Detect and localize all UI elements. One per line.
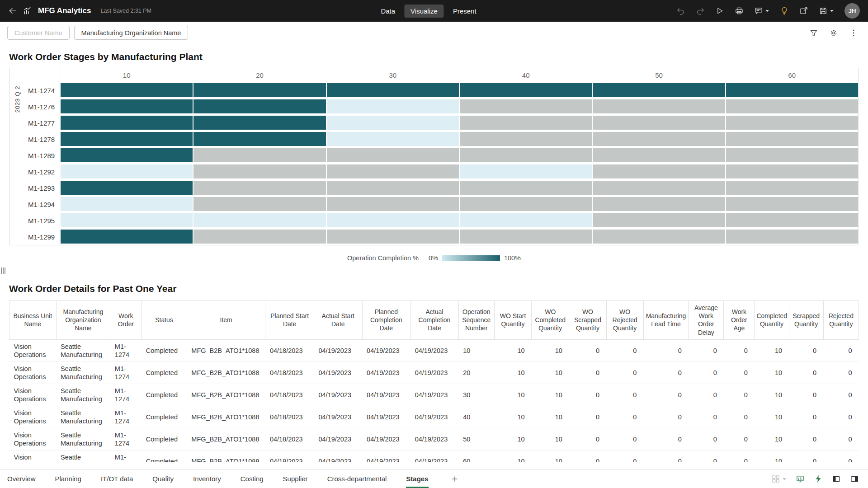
details-column-header[interactable]: Completed Quantity: [755, 301, 789, 340]
heatmap-cell[interactable]: [592, 196, 725, 212]
details-column-header[interactable]: Planned Completion Date: [362, 301, 410, 340]
canvas-grid-menu-button[interactable]: [771, 474, 787, 483]
canvas-tab-stages[interactable]: Stages: [406, 469, 428, 488]
table-row[interactable]: Vision OperationsSeattle ManufacturingM1…: [9, 384, 859, 406]
details-column-header[interactable]: Status: [142, 301, 187, 340]
filter-chip-manufacturing-organization-name[interactable]: Manufacturing Organization Name: [74, 26, 189, 40]
heatmap-column-header[interactable]: 10: [60, 68, 193, 82]
heatmap-row-label[interactable]: M1-1292: [25, 164, 60, 180]
details-column-header[interactable]: Average Work Order Delay: [689, 301, 724, 340]
canvas-tab-costing[interactable]: Costing: [241, 469, 264, 488]
kebab-menu-icon[interactable]: [849, 28, 858, 38]
heatmap-column-header[interactable]: 30: [326, 68, 459, 82]
heatmap-cell[interactable]: [592, 99, 725, 115]
details-column-header[interactable]: Actual Completion Date: [410, 301, 459, 340]
heatmap-cell[interactable]: [326, 212, 459, 229]
heatmap-cell[interactable]: [459, 82, 592, 99]
heatmap-cell[interactable]: [326, 196, 459, 212]
heatmap-cell[interactable]: [326, 131, 459, 147]
canvas-tab-planning[interactable]: Planning: [55, 469, 81, 488]
heatmap-row-label[interactable]: M1-1276: [25, 99, 60, 115]
heatmap-cell[interactable]: [592, 82, 725, 99]
heatmap-cell[interactable]: [726, 99, 859, 115]
heatmap-cell[interactable]: [459, 180, 592, 196]
heatmap-cell[interactable]: [193, 180, 326, 196]
heatmap-cell[interactable]: [459, 115, 592, 131]
heatmap-cell[interactable]: [193, 196, 326, 212]
comments-menu-button[interactable]: [754, 6, 769, 15]
details-column-header[interactable]: Planned Start Date: [265, 301, 314, 340]
heatmap-cell[interactable]: [193, 147, 326, 164]
table-row[interactable]: Vision OperationsSeattle ManufacturingM1…: [9, 339, 859, 361]
heatmap-cell[interactable]: [60, 82, 193, 99]
details-column-header[interactable]: WO Completed Quantity: [532, 301, 569, 340]
heatmap-cell[interactable]: [60, 180, 193, 196]
heatmap-cell[interactable]: [459, 164, 592, 180]
details-column-header[interactable]: Manufacturing Organization Name: [56, 301, 110, 340]
heatmap-row-label[interactable]: M1-1277: [25, 115, 60, 131]
heatmap-cell[interactable]: [726, 131, 859, 147]
heatmap-cell[interactable]: [326, 229, 459, 245]
topbar-tab-present[interactable]: Present: [447, 5, 483, 18]
details-column-header[interactable]: Manufacturing Lead Time: [643, 301, 688, 340]
heatmap-cell[interactable]: [193, 131, 326, 147]
heatmap-cell[interactable]: [726, 147, 859, 164]
heatmap-cell[interactable]: [726, 212, 859, 229]
heatmap-cell[interactable]: [726, 82, 859, 99]
save-menu-button[interactable]: [819, 6, 834, 15]
details-column-header[interactable]: Business Unit Name: [9, 301, 57, 340]
open-window-icon[interactable]: [799, 6, 808, 15]
toggle-right-panel-icon[interactable]: [850, 474, 859, 483]
heatmap-cell[interactable]: [60, 131, 193, 147]
avatar[interactable]: JH: [844, 3, 860, 19]
heatmap-cell[interactable]: [193, 82, 326, 99]
heatmap-cell[interactable]: [592, 115, 725, 131]
heatmap-cell[interactable]: [326, 180, 459, 196]
heatmap-column-header[interactable]: 50: [592, 68, 725, 82]
heatmap-cell[interactable]: [193, 212, 326, 229]
heatmap-cell[interactable]: [459, 131, 592, 147]
heatmap-cell[interactable]: [592, 180, 725, 196]
heatmap-cell[interactable]: [193, 99, 326, 115]
heatmap-cell[interactable]: [326, 147, 459, 164]
details-column-header[interactable]: Work Order Age: [724, 301, 755, 340]
redo-icon[interactable]: [696, 6, 705, 15]
toggle-left-panel-icon[interactable]: [832, 474, 841, 483]
heatmap-cell[interactable]: [326, 99, 459, 115]
data-chart-icon[interactable]: [796, 474, 805, 483]
details-column-header[interactable]: WO Start Quantity: [494, 301, 531, 340]
heatmap-cell[interactable]: [326, 115, 459, 131]
heatmap-column-header[interactable]: 60: [726, 68, 859, 82]
back-button[interactable]: [8, 6, 17, 15]
heatmap-cell[interactable]: [726, 180, 859, 196]
canvas-tab-inventory[interactable]: Inventory: [193, 469, 221, 488]
details-column-header[interactable]: Actual Start Date: [314, 301, 362, 340]
heatmap-row-label[interactable]: M1-1299: [25, 229, 60, 245]
heatmap-row-label[interactable]: M1-1278: [25, 131, 60, 147]
heatmap-cell[interactable]: [459, 99, 592, 115]
heatmap-cell[interactable]: [193, 164, 326, 180]
heatmap-cell[interactable]: [459, 229, 592, 245]
details-column-header[interactable]: Work Order: [110, 301, 142, 340]
heatmap-cell[interactable]: [459, 196, 592, 212]
heatmap-cell[interactable]: [60, 115, 193, 131]
filter-icon[interactable]: [809, 28, 818, 38]
topbar-tab-visualize[interactable]: Visualize: [404, 5, 444, 18]
canvas-tab-quality[interactable]: Quality: [152, 469, 174, 488]
heatmap-cell[interactable]: [60, 196, 193, 212]
details-table-viewport[interactable]: Business Unit NameManufacturing Organiza…: [9, 300, 859, 462]
heatmap-cell[interactable]: [726, 164, 859, 180]
heatmap-row-label[interactable]: M1-1274: [25, 82, 60, 99]
heatmap-column-header[interactable]: 20: [193, 68, 326, 82]
filter-chip-customer-name[interactable]: Customer Name: [7, 26, 70, 40]
auto-insights-lightning-icon[interactable]: [814, 474, 823, 483]
heatmap-cell[interactable]: [459, 147, 592, 164]
details-column-header[interactable]: Item: [187, 301, 265, 340]
details-column-header[interactable]: Rejected Quantity: [823, 301, 859, 340]
canvas-tab-cross-departmental[interactable]: Cross-departmental: [327, 469, 387, 488]
print-icon[interactable]: [735, 6, 744, 15]
heatmap-column-header[interactable]: 40: [459, 68, 592, 82]
heatmap-cell[interactable]: [726, 115, 859, 131]
details-column-header[interactable]: WO Scrapped Quantity: [569, 301, 606, 340]
details-column-header[interactable]: Operation Sequence Number: [458, 301, 494, 340]
